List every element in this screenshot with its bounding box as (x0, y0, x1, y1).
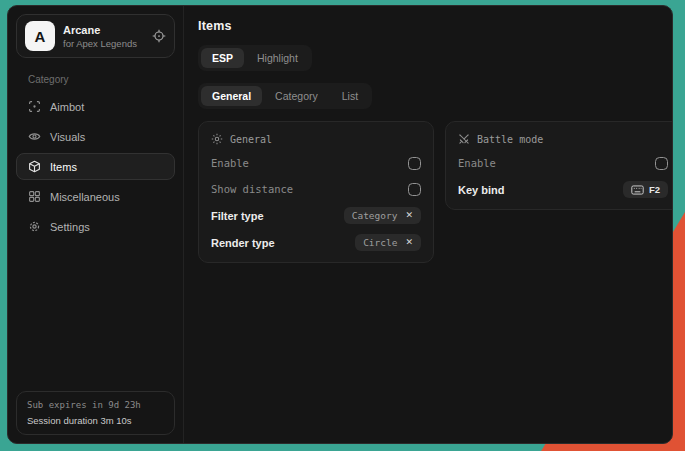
general-card-title: General (230, 134, 272, 145)
app-subtitle: for Apex Legends (63, 38, 137, 49)
app-window: A Arcane for Apex Legends Category (7, 5, 673, 444)
sidebar-item-visuals[interactable]: Visuals (16, 123, 175, 150)
sidebar-item-label: Miscellaneous (50, 191, 120, 203)
render-type-value: Circle (363, 237, 397, 248)
sun-icon (211, 133, 223, 145)
sidebar-nav: Aimbot Visuals (16, 93, 175, 240)
sidebar-item-label: Items (50, 161, 77, 173)
enable-checkbox[interactable] (408, 157, 421, 170)
sidebar: A Arcane for Apex Legends Category (8, 6, 184, 443)
aimbot-crosshair-icon (28, 100, 41, 113)
main-panel: Items ESP Highlight General Category Lis… (184, 6, 673, 443)
sidebar-section-label: Category (28, 74, 171, 85)
keyboard-icon (631, 185, 644, 195)
sub-expiry-text: Sub expires in 9d 23h (27, 400, 164, 410)
app-titles: Arcane for Apex Legends (63, 24, 137, 49)
setting-row-show-distance: Show distance (211, 181, 421, 197)
setting-label: Filter type (211, 210, 264, 222)
app-name: Arcane (63, 24, 137, 36)
sidebar-item-settings[interactable]: Settings (16, 213, 175, 240)
sidebar-item-items[interactable]: Items (16, 153, 175, 180)
general-card: General Enable Show distance Filter type… (198, 121, 434, 263)
cards-row: General Enable Show distance Filter type… (198, 121, 673, 263)
filter-type-select[interactable]: Category ✕ (344, 207, 421, 224)
eye-icon (28, 130, 41, 143)
setting-row-enable: Enable (458, 155, 668, 171)
sidebar-item-label: Visuals (50, 131, 85, 143)
swords-icon (458, 133, 470, 145)
sidebar-item-aimbot[interactable]: Aimbot (16, 93, 175, 120)
box-icon (28, 160, 41, 173)
sidebar-item-miscellaneous[interactable]: Miscellaneous (16, 183, 175, 210)
render-type-select[interactable]: Circle ✕ (355, 234, 421, 251)
tab-list[interactable]: List (331, 86, 369, 106)
page-title: Items (198, 19, 673, 33)
battle-mode-card-title: Battle mode (477, 134, 543, 145)
setting-label: Render type (211, 237, 275, 249)
remove-icon[interactable]: ✕ (405, 238, 413, 247)
sidebar-item-label: Settings (50, 221, 90, 233)
session-duration-text: Session duration 3m 10s (27, 415, 164, 426)
setting-row-enable: Enable (211, 155, 421, 171)
battle-mode-card-header: Battle mode (458, 133, 668, 145)
gear-icon (28, 220, 41, 233)
sidebar-item-label: Aimbot (50, 101, 84, 113)
sidebar-spacer (16, 240, 175, 391)
tab-general[interactable]: General (201, 86, 262, 106)
setting-label: Show distance (211, 183, 293, 195)
battle-mode-card: Battle mode Enable Key bind (445, 121, 673, 210)
remove-icon[interactable]: ✕ (405, 211, 413, 220)
app-header-card: A Arcane for Apex Legends (16, 14, 175, 58)
session-status-card: Sub expires in 9d 23h Session duration 3… (16, 391, 175, 435)
general-card-header: General (211, 133, 421, 145)
key-bind-button[interactable]: F2 (623, 181, 668, 198)
setting-row-render-type: Render type Circle ✕ (211, 234, 421, 251)
filter-type-value: Category (352, 210, 398, 221)
setting-label: Key bind (458, 184, 504, 196)
setting-label: Enable (458, 157, 496, 169)
battle-enable-checkbox[interactable] (655, 157, 668, 170)
tab-category[interactable]: Category (264, 86, 329, 106)
view-tab-group: General Category List (198, 83, 372, 109)
grid-icon (28, 190, 41, 203)
setting-row-filter-type: Filter type Category ✕ (211, 207, 421, 224)
setting-row-key-bind: Key bind F2 (458, 181, 668, 198)
app-logo: A (25, 21, 55, 51)
tab-esp[interactable]: ESP (201, 48, 244, 68)
tab-highlight[interactable]: Highlight (246, 48, 309, 68)
show-distance-checkbox[interactable] (408, 183, 421, 196)
mode-tab-group: ESP Highlight (198, 45, 312, 71)
setting-label: Enable (211, 157, 249, 169)
crosshair-icon[interactable] (152, 29, 166, 43)
key-bind-value: F2 (649, 184, 660, 195)
